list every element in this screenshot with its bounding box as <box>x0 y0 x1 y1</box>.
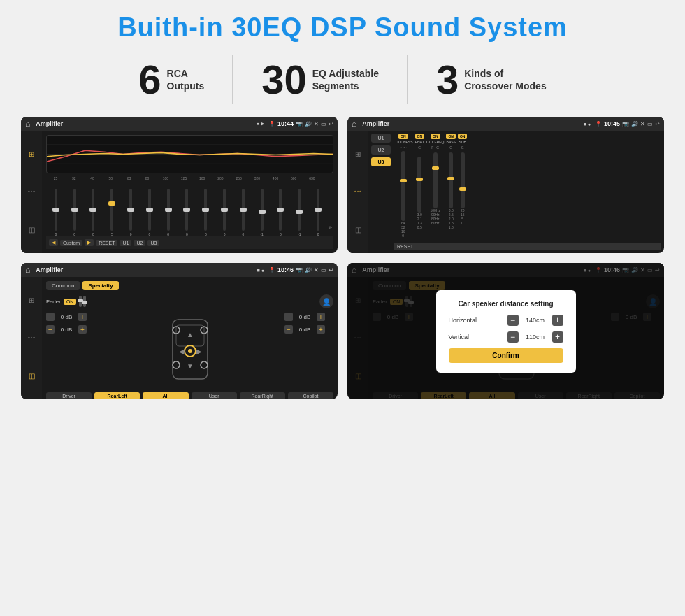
cx-phat-slider[interactable] <box>417 157 421 213</box>
cx-bass-g: G <box>449 145 452 150</box>
cx-cutfreq-slider[interactable] <box>433 152 438 208</box>
dialog-vertical-plus[interactable]: + <box>552 331 563 343</box>
fader-back-icon[interactable]: ↩ <box>329 267 333 273</box>
eq-bottom-bar: ◀ Custom ▶ RESET U1 U2 U3 <box>46 236 333 249</box>
crossover-home-icon[interactable]: ⌂ <box>352 119 356 129</box>
cx-u1-btn[interactable]: U1 <box>371 134 391 143</box>
stat-crossover-label: Kinds of Crossover Modes <box>464 67 546 92</box>
eq-slider-8[interactable]: 0 <box>197 189 214 236</box>
fader-left-ch1-minus[interactable]: − <box>46 313 55 321</box>
eq-prev-btn[interactable]: ◀ <box>49 239 58 246</box>
eq-sidebar-equalizer[interactable]: ⊞ <box>24 147 38 161</box>
back-icon[interactable]: ↩ <box>329 121 333 127</box>
eq-slider-4[interactable]: 0 <box>122 189 139 236</box>
cx-back-icon[interactable]: ↩ <box>655 121 660 127</box>
fader-right-ch1-plus[interactable]: + <box>317 313 325 321</box>
tab-specialty[interactable]: Specialty <box>82 281 118 290</box>
eq-reset-btn[interactable]: RESET <box>96 240 117 246</box>
fader-copilot-btn[interactable]: Copilot <box>288 392 333 399</box>
tab-common[interactable]: Common <box>46 281 80 290</box>
cx-u2-btn[interactable]: U2 <box>371 145 391 155</box>
fader-sidebar-eq[interactable]: ⊞ <box>24 293 38 307</box>
eq-slider-6[interactable]: 0 <box>160 189 177 236</box>
eq-sliders: 0 0 0 5 0 0 0 0 0 0 0 -1 0 -1 0 <box>46 182 333 236</box>
eq-main-content: 25 32 40 50 63 80 100 125 160 200 250 32… <box>42 131 338 253</box>
eq-u2-btn[interactable]: U2 <box>134 240 145 246</box>
dialog-horizontal-value: 140cm <box>521 317 549 324</box>
cx-loudness-on[interactable]: ON <box>398 134 408 139</box>
fader-left-ch1-plus[interactable]: + <box>78 313 87 321</box>
cx-cutfreq-on[interactable]: ON <box>431 134 440 139</box>
eq-slider-9[interactable]: 0 <box>216 189 233 236</box>
eq-slider-0[interactable]: 0 <box>48 189 64 236</box>
cx-loudness-curve: 〜〜 <box>400 145 407 150</box>
cx-close-icon[interactable]: ✕ <box>640 121 645 127</box>
home-icon[interactable]: ⌂ <box>25 119 30 129</box>
cx-sidebar-volume[interactable]: ◫ <box>351 223 365 237</box>
fader-sidebar-speaker[interactable]: ◫ <box>24 369 38 383</box>
fader-left-ch2-plus[interactable]: + <box>78 325 87 334</box>
cx-bass-on[interactable]: ON <box>446 134 456 139</box>
stat-rca: 6 RCA Outputs <box>110 59 232 100</box>
fader-driver-btn[interactable]: Driver <box>46 392 92 399</box>
dialog-horizontal-plus[interactable]: + <box>552 315 563 326</box>
eq-freq-labels: 25 32 40 50 63 80 100 125 160 200 250 32… <box>46 176 333 180</box>
fader-rearright-btn[interactable]: RearRight <box>240 392 285 399</box>
eq-slider-11[interactable]: -1 <box>254 189 271 236</box>
crossover-main-content: U1 U2 U3 ON LOUDNESS 〜〜 <box>368 131 664 253</box>
eq-custom-btn[interactable]: Custom <box>60 240 82 246</box>
eq-slider-13[interactable]: -1 <box>291 189 308 236</box>
fader-right-ch1-minus[interactable]: − <box>284 313 293 321</box>
cx-bass-vals: 3.02.52.01.51.0 <box>449 208 454 229</box>
window-icon: ▭ <box>321 121 326 127</box>
eq-u3-btn[interactable]: U3 <box>147 240 159 246</box>
dialog-vertical-minus[interactable]: − <box>507 331 519 343</box>
location-icon: 📍 <box>268 121 275 127</box>
eq-slider-1[interactable]: 0 <box>66 189 83 236</box>
cx-sub-on[interactable]: ON <box>458 134 468 139</box>
eq-play-btn[interactable]: ▶ <box>85 239 94 246</box>
dialog-confirm-btn[interactable]: Confirm <box>449 348 563 363</box>
fader-right-ch2-plus[interactable]: + <box>317 325 325 334</box>
eq-more-arrow[interactable]: » <box>329 224 332 236</box>
cx-sub-slider[interactable] <box>461 152 465 208</box>
cx-sidebar-eq[interactable]: ⊞ <box>351 147 365 161</box>
fader-volume-icon: 🔊 <box>305 267 312 273</box>
eq-slider-7[interactable]: 0 <box>179 189 196 236</box>
eq-slider-3[interactable]: 5 <box>103 189 120 236</box>
fader-all-btn[interactable]: All <box>143 392 188 399</box>
eq-slider-2[interactable]: 0 <box>85 189 102 236</box>
cx-reset-btn[interactable]: RESET <box>394 243 661 250</box>
fader-rearleft-btn[interactable]: RearLeft <box>94 392 140 399</box>
fader-sidebar-wave[interactable]: 〰 <box>24 331 38 345</box>
fader-left-ch2-minus[interactable]: − <box>46 325 55 334</box>
fader-user-btn[interactable]: User <box>192 392 237 399</box>
cx-phat-on[interactable]: ON <box>415 134 425 139</box>
cx-u3-btn[interactable]: U3 <box>371 157 391 166</box>
camera-icon: 📷 <box>296 121 303 127</box>
fader-on-badge[interactable]: ON <box>64 299 77 305</box>
eq-slider-5[interactable]: 0 <box>141 189 158 236</box>
cx-sub-label: SUB <box>459 140 466 144</box>
fader-close-icon[interactable]: ✕ <box>314 267 319 273</box>
eq-slider-10[interactable]: 0 <box>235 189 252 236</box>
eq-curve-svg <box>47 136 333 173</box>
cx-bass-slider[interactable] <box>449 152 453 208</box>
cx-reset-wrapper: RESET <box>394 243 661 250</box>
eq-slider-14[interactable]: 0 <box>310 189 326 236</box>
cx-loudness-slider[interactable] <box>401 151 405 221</box>
cx-sidebar-wave[interactable]: 〰 <box>351 185 365 199</box>
fader-right-ch2-minus[interactable]: − <box>284 325 293 334</box>
cx-phat: ON PHAT G 3.02.11.30.5 <box>415 134 425 240</box>
eq-slider-12[interactable]: 0 <box>273 189 289 236</box>
eq-sidebar-wave[interactable]: 〰 <box>24 185 38 199</box>
fader-time: 10:46 <box>277 266 294 273</box>
eq-u1-btn[interactable]: U1 <box>120 240 131 246</box>
eq-sidebar-volume[interactable]: ◫ <box>24 223 38 237</box>
crossover-screen-title: Amplifier <box>362 120 580 127</box>
close-icon[interactable]: ✕ <box>314 121 319 127</box>
dialog-title: Car speaker distance setting <box>449 300 563 308</box>
dialog-horizontal-minus[interactable]: − <box>507 315 519 326</box>
fader-mini-2[interactable] <box>83 296 86 307</box>
fader-home-icon[interactable]: ⌂ <box>25 265 30 275</box>
